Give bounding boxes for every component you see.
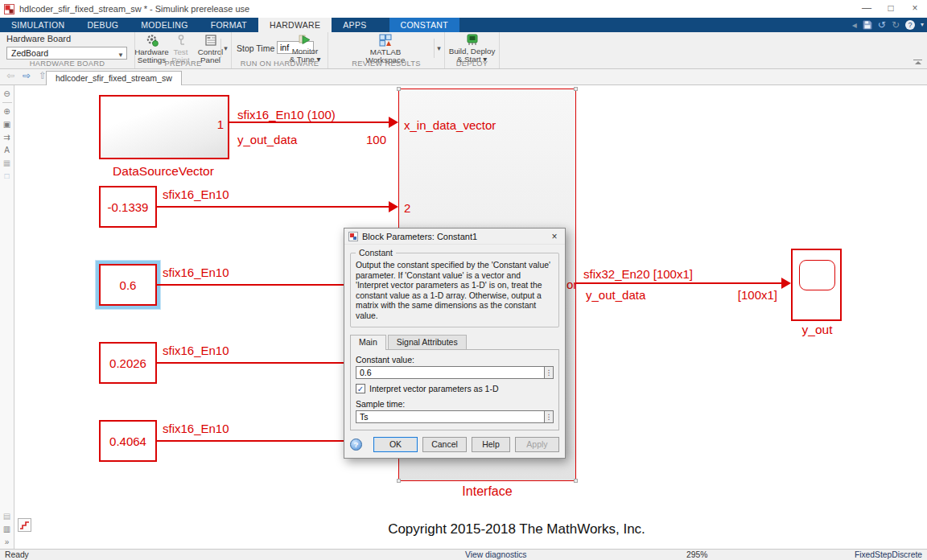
stop-time-label: Stop Time	[237, 43, 274, 53]
port-number: 2	[404, 201, 410, 215]
ok-button[interactable]: OK	[373, 437, 418, 452]
annotation-icon[interactable]: A	[4, 144, 10, 157]
dialog-footer: ? OK Cancel Help Apply	[350, 437, 559, 452]
signal-line[interactable]	[576, 282, 784, 284]
block-constant[interactable]: 0.4064	[99, 420, 157, 462]
signal-line[interactable]	[157, 284, 352, 286]
block-yout[interactable]	[791, 249, 842, 321]
signal-width-label: [100x1]	[713, 288, 777, 302]
deploy-board-icon	[466, 34, 479, 46]
redo-icon[interactable]: ↻	[892, 18, 900, 32]
resize-handle[interactable]	[397, 479, 401, 483]
view-diagnostics-link[interactable]: View diagnostics	[465, 550, 527, 560]
resize-handle[interactable]	[574, 87, 578, 91]
block-datasourcevector[interactable]: 1	[99, 95, 229, 159]
signal-routing-icon[interactable]: ⇉	[3, 131, 10, 144]
model-editor: ⊖ ⊕ ▣ ⇉ A ▦ □ ▤ ▥ » 1 DataSourceVector s…	[0, 85, 927, 549]
block-constant1-selected[interactable]: 0.6	[99, 264, 157, 306]
tab-debug[interactable]: DEBUG	[76, 18, 130, 32]
outport-label-tail: or	[566, 278, 577, 291]
qa-caret-icon[interactable]: ▾	[921, 18, 924, 32]
edit-field-menu-icon[interactable]: ⋮	[544, 366, 554, 379]
signal-name-label: y_out_data	[237, 133, 297, 146]
solver-name[interactable]: FixedStepDiscrete	[855, 550, 922, 560]
block-label-interface[interactable]: Interface	[398, 484, 576, 499]
tab-hardware[interactable]: HARDWARE	[258, 18, 332, 32]
undo-icon[interactable]: ↺	[878, 18, 886, 32]
control-panel-icon	[204, 34, 217, 47]
tab-format[interactable]: FORMAT	[200, 18, 258, 32]
status-ready: Ready	[5, 550, 29, 560]
apply-button[interactable]: Apply	[515, 437, 559, 452]
signal-type-label: sfix16_En10 (100)	[237, 108, 336, 121]
maximize-button[interactable]: □	[879, 0, 903, 17]
block-label-datasourcevector[interactable]: DataSourceVector	[83, 164, 244, 179]
tab-apps[interactable]: APPS	[332, 18, 377, 32]
tab-modeling[interactable]: MODELING	[130, 18, 199, 32]
model-canvas[interactable]: 1 DataSourceVector sfix16_En10 (100) y_o…	[14, 85, 927, 549]
block-constant[interactable]: -0.1339	[99, 186, 157, 228]
cancel-button[interactable]: Cancel	[422, 437, 467, 452]
close-button[interactable]: ×	[903, 0, 927, 17]
section-label: REVIEW RESULTS	[328, 60, 444, 68]
signal-line[interactable]	[229, 121, 390, 123]
signal-name-label: y_out_data	[586, 288, 645, 302]
help-icon[interactable]: ?	[905, 20, 915, 30]
area-icon[interactable]: □	[4, 170, 9, 183]
prepare-gallery-caret[interactable]: ▾	[220, 39, 230, 58]
scope-screen	[799, 260, 835, 290]
tab-simulation[interactable]: SIMULATION	[0, 18, 76, 32]
model-tab[interactable]: hdlcoder_sfir_fixed_stream_sw	[46, 71, 182, 86]
block-parameters-dialog: Block Parameters: Constant1 × Constant O…	[344, 228, 566, 459]
collapse-ribbon-button[interactable]	[913, 60, 922, 66]
dialog-tabs: Main Signal Attributes	[350, 335, 559, 349]
more-tools-icon[interactable]: »	[5, 536, 10, 549]
inport-label: x_in_data_vector	[404, 118, 496, 132]
dialog-close-icon[interactable]: ×	[544, 231, 565, 242]
review-gallery-caret[interactable]: ▾	[434, 39, 443, 58]
tab-constant[interactable]: CONSTANT	[389, 18, 459, 32]
section-deploy: Build, Deploy & Start ▾ DEPLOY	[445, 32, 500, 68]
save-icon[interactable]	[863, 20, 872, 30]
section-label: RUN ON HARDWARE	[232, 60, 328, 68]
tab-main[interactable]: Main	[350, 335, 386, 350]
copyright-annotation: Copyright 2015-2018 The MathWorks, Inc.	[340, 521, 694, 537]
resize-handle[interactable]	[574, 479, 578, 483]
capture-icon[interactable]: ▥	[3, 523, 10, 536]
block-label-yout[interactable]: y_out	[779, 323, 855, 337]
sample-time-input[interactable]	[356, 410, 544, 423]
resize-handle[interactable]	[397, 87, 401, 91]
ribbon: Hardware Board ZedBoard ▼ HARDWARE BOARD…	[0, 32, 927, 69]
image-icon[interactable]: ▦	[3, 157, 10, 170]
block-description: Output the constant specified by the 'Co…	[356, 261, 554, 322]
tab-signal-attributes[interactable]: Signal Attributes	[388, 335, 467, 349]
window-title: hdlcoder_sfir_fixed_stream_sw * - Simuli…	[19, 4, 249, 14]
block-constant[interactable]: 0.2026	[99, 342, 157, 384]
tool-palette: ⊖ ⊕ ▣ ⇉ A ▦ □ ▤ ▥ »	[0, 85, 14, 549]
camera-icon[interactable]: ▤	[3, 510, 10, 523]
edit-field-menu-icon[interactable]: ⋮	[544, 410, 554, 423]
main-tab-panel: Constant value: ⋮ ✓ Interpret vector par…	[350, 349, 559, 430]
constant-value-input[interactable]	[356, 366, 544, 379]
minimize-button[interactable]: —	[855, 0, 879, 17]
back-icon[interactable]: ⇦	[6, 70, 14, 81]
hardware-board-select[interactable]: ZedBoard ▼	[6, 47, 127, 60]
sample-time-legend-icon[interactable]	[18, 518, 31, 532]
dialog-title-bar[interactable]: Block Parameters: Constant1 ×	[344, 229, 565, 245]
interpret-1d-checkbox[interactable]: ✓	[356, 384, 365, 393]
hide-palette-icon[interactable]: ⊖	[3, 88, 10, 101]
forward-icon[interactable]: ⇨	[23, 70, 31, 81]
fit-view-icon[interactable]: ▣	[3, 118, 10, 131]
help-button[interactable]: Help	[472, 437, 510, 452]
signal-line[interactable]	[157, 362, 352, 364]
quick-access-toolbar: ◂ ↺ ↻ ? ▾	[852, 18, 924, 32]
zoom-icon[interactable]: ⊕	[3, 105, 10, 118]
signal-width-label: 100	[359, 133, 386, 146]
signal-type-label: sfix32_En20 [100x1]	[583, 267, 693, 281]
qa-collapse-icon[interactable]: ◂	[852, 18, 857, 32]
dialog-title: Block Parameters: Constant1	[362, 232, 544, 241]
dialog-help-icon[interactable]: ?	[350, 439, 362, 451]
zoom-level: 295%	[686, 550, 707, 560]
signal-line[interactable]	[157, 206, 390, 208]
test-point-icon	[175, 34, 187, 47]
